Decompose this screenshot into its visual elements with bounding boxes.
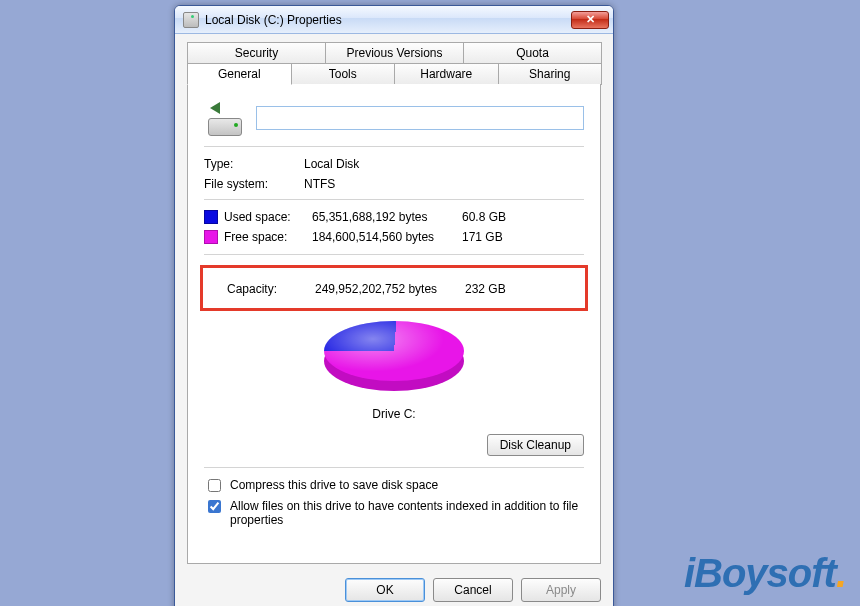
info-grid: Type: Local Disk File system: NTFS	[204, 157, 584, 191]
dialog-buttons: OK Cancel Apply	[175, 570, 613, 606]
capacity-human: 232 GB	[465, 282, 525, 296]
compress-label: Compress this drive to save disk space	[230, 478, 438, 492]
free-swatch	[204, 230, 218, 244]
compress-row[interactable]: Compress this drive to save disk space	[204, 478, 584, 495]
titlebar[interactable]: Local Disk (C:) Properties ✕	[175, 6, 613, 34]
tab-sharing[interactable]: Sharing	[498, 63, 603, 85]
index-row[interactable]: Allow files on this drive to have conten…	[204, 499, 584, 527]
window-title: Local Disk (C:) Properties	[205, 13, 571, 27]
apply-button[interactable]: Apply	[521, 578, 601, 602]
drive-icon	[183, 12, 199, 28]
pie-chart	[204, 321, 584, 401]
ok-button[interactable]: OK	[345, 578, 425, 602]
fs-label: File system:	[204, 177, 304, 191]
compress-checkbox[interactable]	[208, 479, 221, 492]
free-label: Free space:	[224, 230, 312, 244]
free-human: 171 GB	[462, 230, 522, 244]
used-human: 60.8 GB	[462, 210, 522, 224]
properties-dialog: Local Disk (C:) Properties ✕ Security Pr…	[174, 5, 614, 606]
tab-quota[interactable]: Quota	[463, 42, 602, 64]
index-label: Allow files on this drive to have conten…	[230, 499, 584, 527]
cancel-button[interactable]: Cancel	[433, 578, 513, 602]
general-panel: Type: Local Disk File system: NTFS Used …	[187, 84, 601, 564]
tabs-row-1: Security Previous Versions Quota	[187, 42, 601, 64]
index-checkbox[interactable]	[208, 500, 221, 513]
drive-large-icon	[204, 100, 246, 136]
tab-security[interactable]: Security	[187, 42, 326, 64]
close-icon: ✕	[586, 13, 595, 26]
separator	[204, 467, 584, 468]
dialog-content: Security Previous Versions Quota General…	[175, 34, 613, 570]
type-value: Local Disk	[304, 157, 584, 171]
drive-label: Drive C:	[204, 407, 584, 421]
tab-general[interactable]: General	[187, 63, 292, 85]
fs-value: NTFS	[304, 177, 584, 191]
used-label: Used space:	[224, 210, 312, 224]
tab-previous-versions[interactable]: Previous Versions	[325, 42, 464, 64]
capacity-label: Capacity:	[227, 282, 315, 296]
close-button[interactable]: ✕	[571, 11, 609, 29]
disk-cleanup-button[interactable]: Disk Cleanup	[487, 434, 584, 456]
drive-name-input[interactable]	[256, 106, 584, 130]
used-bytes: 65,351,688,192 bytes	[312, 210, 462, 224]
space-grid: Used space: 65,351,688,192 bytes 60.8 GB…	[204, 210, 584, 244]
tab-hardware[interactable]: Hardware	[394, 63, 499, 85]
header-row	[204, 100, 584, 136]
tabs-row-2: General Tools Hardware Sharing	[187, 63, 601, 85]
capacity-highlight: Capacity: 249,952,202,752 bytes 232 GB	[200, 265, 588, 311]
separator	[204, 146, 584, 147]
type-label: Type:	[204, 157, 304, 171]
capacity-row: Capacity: 249,952,202,752 bytes 232 GB	[203, 276, 585, 302]
separator	[204, 254, 584, 255]
capacity-bytes: 249,952,202,752 bytes	[315, 282, 465, 296]
tab-tools[interactable]: Tools	[291, 63, 396, 85]
used-swatch	[204, 210, 218, 224]
free-bytes: 184,600,514,560 bytes	[312, 230, 462, 244]
separator	[204, 199, 584, 200]
watermark: iBoysoft.	[684, 551, 846, 596]
